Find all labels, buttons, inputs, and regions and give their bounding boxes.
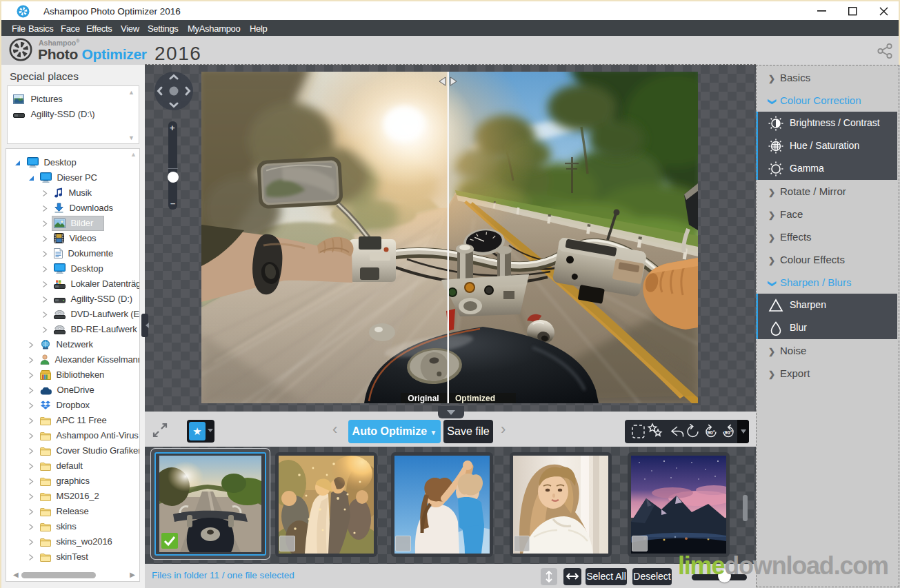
svg-text:90°: 90° bbox=[724, 429, 732, 436]
svg-text:Optimized: Optimized bbox=[455, 394, 495, 403]
svg-text:90°: 90° bbox=[707, 429, 714, 436]
svg-text:Original: Original bbox=[408, 394, 439, 403]
